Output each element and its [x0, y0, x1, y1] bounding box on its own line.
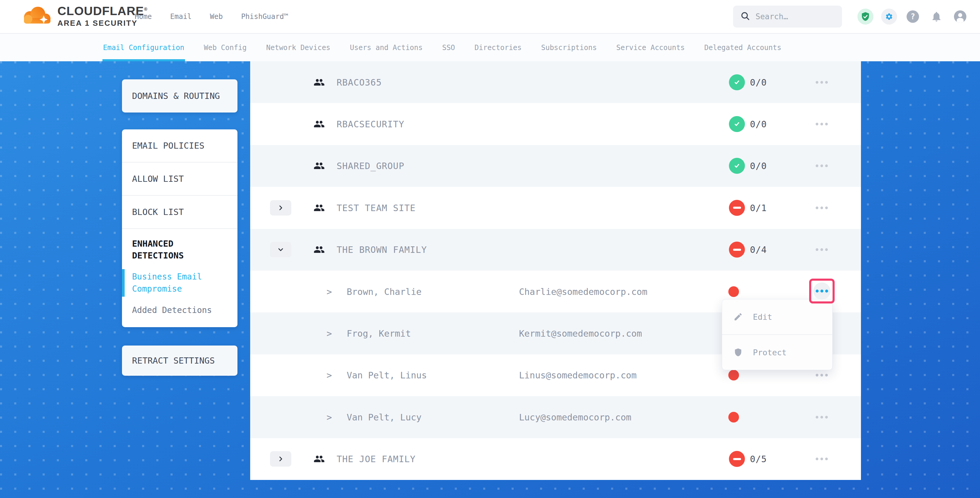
protection-count: 0/5: [750, 454, 767, 464]
section-tabs: Email ConfigurationWeb ConfigNetwork Dev…: [0, 34, 980, 61]
menu-item-edit[interactable]: Edit: [722, 299, 832, 334]
group-name: THE JOE FAMILY: [337, 454, 416, 464]
highlighted-row-menu-button[interactable]: [809, 278, 835, 304]
cloudflare-logo[interactable]: CLOUDFLARE® AREA 1 SECURITY: [18, 3, 148, 29]
member-chevron: >: [326, 286, 332, 297]
content-area: DOMAINS & ROUTING EMAIL POLICIESALLOW LI…: [0, 61, 980, 498]
notifications-bell-icon[interactable]: [929, 9, 945, 25]
row-menu-button[interactable]: [809, 204, 834, 212]
member-row[interactable]: >Van Pelt, LucyLucy@somedemocorp.com: [250, 396, 861, 438]
tab-delegated-accounts[interactable]: Delegated Accounts: [704, 34, 781, 61]
group-row[interactable]: RBACO3650/0: [250, 61, 861, 103]
sidebar-item-label: RETRACT SETTINGS: [132, 356, 215, 366]
alert-dot: [728, 370, 739, 380]
protection-count: 0/0: [750, 119, 767, 129]
status-complete-icon: [729, 158, 745, 174]
primary-nav: HomeEmailWebPhishGuard™: [135, 0, 288, 33]
settings-gear-icon[interactable]: [881, 9, 897, 25]
group-row[interactable]: TEST TEAM SITE0/1: [250, 187, 861, 229]
status-complete-icon: [729, 74, 745, 90]
menu-item-protect[interactable]: Protect: [722, 334, 832, 370]
tab-users-and-actions[interactable]: Users and Actions: [350, 34, 423, 61]
account-avatar-icon[interactable]: [952, 9, 968, 25]
group-name: SHARED_GROUP: [337, 161, 404, 171]
cloudflare-cloud-icon: [18, 3, 53, 29]
row-menu-button[interactable]: [809, 120, 834, 129]
group-name: RBACO365: [337, 77, 382, 88]
group-icon: [313, 160, 325, 172]
sidebar-item-allow-list[interactable]: ALLOW LIST: [122, 162, 237, 196]
member-email: Linus@somedemocorp.com: [519, 370, 636, 380]
status-blocked-icon: [729, 242, 745, 258]
status-complete-icon: [729, 116, 745, 132]
tab-network-devices[interactable]: Network Devices: [266, 34, 331, 61]
sidebar-item-added-detections[interactable]: Added Detections: [132, 304, 221, 317]
ellipsis-icon: [813, 282, 830, 300]
nav-link-home[interactable]: Home: [135, 13, 152, 21]
help-glyph: ?: [910, 12, 915, 21]
group-icon: [313, 77, 325, 88]
help-icon[interactable]: ?: [905, 9, 921, 25]
sidebar-item-domains-routing[interactable]: DOMAINS & ROUTING: [122, 80, 237, 113]
group-row[interactable]: THE BROWN FAMILY0/4: [250, 229, 861, 270]
pencil-icon: [733, 312, 743, 321]
group-icon: [313, 118, 325, 130]
shield-icon: [733, 348, 743, 357]
member-chevron: >: [326, 370, 332, 380]
row-menu-button[interactable]: [809, 413, 834, 421]
enhanced-detections-section: ENHANCED DETECTIONS Business Email Compr…: [122, 229, 237, 317]
expand-button[interactable]: [270, 200, 291, 216]
top-bar: CLOUDFLARE® AREA 1 SECURITY HomeEmailWeb…: [0, 0, 980, 34]
tab-sso[interactable]: SSO: [442, 34, 455, 61]
row-menu-button[interactable]: [809, 162, 834, 170]
security-status-icon[interactable]: [858, 9, 873, 25]
member-email: Charlie@somedemocorp.com: [519, 286, 647, 297]
tab-service-accounts[interactable]: Service Accounts: [616, 34, 685, 61]
header-actions: ?: [733, 0, 968, 33]
tab-email-configuration[interactable]: Email Configuration: [103, 34, 185, 61]
nav-link-email[interactable]: Email: [170, 13, 192, 21]
sidebar-item-enhanced-detections[interactable]: ENHANCED DETECTIONS: [132, 238, 221, 261]
menu-item-label: Protect: [753, 348, 787, 357]
search-input[interactable]: [755, 12, 836, 21]
search-box[interactable]: [733, 6, 842, 27]
expand-button[interactable]: [270, 451, 291, 467]
member-email: Lucy@somedemocorp.com: [519, 412, 631, 422]
group-name: TEST TEAM SITE: [337, 202, 416, 213]
group-row[interactable]: RBACSECURITY0/0: [250, 103, 861, 145]
sidebar-item-label: DOMAINS & ROUTING: [132, 91, 220, 101]
tab-subscriptions[interactable]: Subscriptions: [541, 34, 597, 61]
sidebar-policies-card: EMAIL POLICIESALLOW LISTBLOCK LIST ENHAN…: [122, 129, 237, 327]
tab-directories[interactable]: Directories: [475, 34, 522, 61]
member-name: Van Pelt, Lucy: [347, 412, 422, 422]
alert-dot: [728, 412, 739, 423]
row-menu-button[interactable]: [809, 245, 834, 254]
nav-link-phishguard[interactable]: PhishGuard™: [241, 13, 288, 21]
status-blocked-icon: [729, 200, 745, 216]
group-icon: [313, 453, 325, 465]
brand-subtitle: AREA 1 SECURITY: [57, 19, 148, 27]
member-chevron: >: [326, 412, 332, 422]
nav-link-web[interactable]: Web: [210, 13, 223, 21]
sidebar-item-block-list[interactable]: BLOCK LIST: [122, 196, 237, 229]
row-menu-button[interactable]: [809, 78, 834, 86]
sidebar-item-business-email-compromise[interactable]: Business Email Compromise: [132, 271, 221, 295]
sidebar-item-email-policies[interactable]: EMAIL POLICIES: [122, 129, 237, 162]
row-menu-button[interactable]: [809, 455, 834, 463]
row-menu-button[interactable]: [809, 371, 834, 380]
search-icon: [740, 11, 750, 22]
group-row[interactable]: THE JOE FAMILY0/5: [250, 438, 861, 480]
protection-count: 0/1: [750, 202, 767, 213]
group-icon: [313, 202, 325, 213]
context-menu: EditProtect: [722, 299, 832, 370]
group-name: THE BROWN FAMILY: [337, 245, 427, 255]
expand-button[interactable]: [270, 242, 291, 257]
tab-web-config[interactable]: Web Config: [204, 34, 247, 61]
sidebar-item-retract-settings[interactable]: RETRACT SETTINGS: [122, 345, 237, 376]
group-icon: [313, 244, 325, 255]
group-row[interactable]: SHARED_GROUP0/0: [250, 145, 861, 187]
menu-item-label: Edit: [753, 312, 772, 321]
member-name: Brown, Charlie: [347, 286, 422, 297]
member-chevron: >: [326, 328, 332, 339]
member-name: Van Pelt, Linus: [347, 370, 427, 380]
